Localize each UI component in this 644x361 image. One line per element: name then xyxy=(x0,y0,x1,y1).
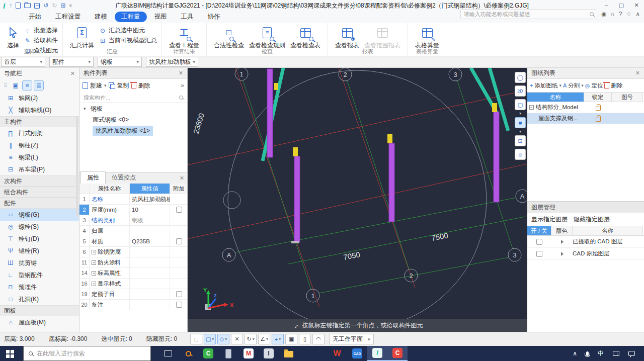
chevron-down-icon[interactable]: ▾ xyxy=(581,83,584,88)
component-select[interactable]: 抗风柱加劲肋板▾ xyxy=(146,57,198,67)
taskbar-app-gjg[interactable]: I xyxy=(367,346,387,361)
cross-mode-button[interactable]: ✕ xyxy=(231,334,243,344)
select-button[interactable]: 选择 xyxy=(5,25,22,50)
batch-select-button[interactable]: ◌批量选择 xyxy=(24,26,58,35)
sidebar-item-steel-column[interactable]: ∥钢柱(Z) xyxy=(0,139,79,151)
property-row-elevation[interactable]: 14 +标高属性 xyxy=(79,268,187,279)
sidebar-section-composite-members[interactable]: 组合构件 xyxy=(0,187,79,198)
tree-group-steel-plate[interactable]: ▾ 钢板 xyxy=(79,103,187,114)
redo-icon[interactable]: ↻ xyxy=(52,2,57,9)
taskbar-app-steel[interactable]: I xyxy=(259,346,279,361)
sidebar-section-main-members[interactable]: 主构件 xyxy=(0,116,79,127)
expand-icon[interactable]: + xyxy=(92,271,96,276)
expand-arrow-icon[interactable] xyxy=(561,252,564,256)
table-calc-button[interactable]: ✎ 表格算量 xyxy=(413,25,442,50)
sidebar-item-embedded-part[interactable]: ⊓预埋件 xyxy=(0,281,79,293)
sidebar-item-steel-plate[interactable]: ▱钢板(G) xyxy=(0,209,79,221)
layer-visibility-checkbox[interactable] xyxy=(536,251,542,257)
taskbar-app-phone[interactable] xyxy=(218,346,238,361)
taskbar-search-box[interactable] xyxy=(23,346,151,361)
image-mode-button[interactable]: ▣ xyxy=(285,334,297,344)
function-search-input[interactable] xyxy=(464,11,590,17)
qat-more-icon[interactable]: ▾ xyxy=(69,2,72,9)
delete-component-button[interactable]: 删除 xyxy=(138,81,150,90)
close-icon[interactable]: ✕ xyxy=(70,70,75,77)
minimize-button[interactable]: – xyxy=(599,0,614,10)
cube-mode-button[interactable]: ◇▾ xyxy=(217,334,229,344)
layer-row-extracted-cad[interactable]: 已提取的 CAD 图层 xyxy=(527,236,644,248)
chevron-down-icon[interactable]: ▾ xyxy=(519,131,521,133)
ime-indicator[interactable]: 中 xyxy=(598,349,604,358)
sidebar-section-secondary-members[interactable]: 次构件 xyxy=(0,175,79,187)
taskbar-app-red-m[interactable]: M xyxy=(238,346,259,361)
theme-icon[interactable]: ♢ xyxy=(626,11,631,18)
new-file-icon[interactable] xyxy=(16,3,21,9)
unlock-icon[interactable] xyxy=(596,107,601,111)
show-layers-button[interactable]: 显示指定图层 xyxy=(531,215,568,224)
property-row-remark[interactable]: 20 备注 xyxy=(79,300,187,310)
close-icon[interactable]: ✕ xyxy=(179,70,183,76)
taskbar-app-camtasia[interactable]: C xyxy=(387,346,408,361)
sidebar-item-hole[interactable]: □孔洞(K) xyxy=(0,293,79,305)
sidebar-item-bolt[interactable]: ◎螺栓(S) xyxy=(0,221,79,233)
collapse-ribbon-icon[interactable]: ∧ xyxy=(635,11,640,18)
copy-component-button[interactable]: 复制 xyxy=(117,81,129,90)
view-check-table-button[interactable]: 查看检查表 xyxy=(288,25,323,50)
sidebar-item-portal-frame[interactable]: ∏门式刚架 xyxy=(0,127,79,139)
taskbar-search-input[interactable] xyxy=(37,350,145,357)
arc-mode-button[interactable]: ◠ xyxy=(312,334,325,344)
taskbar-app-explorer[interactable] xyxy=(279,346,299,361)
pick-member-button[interactable]: ✎拾取构件 xyxy=(24,36,58,45)
sidebar-item-anchor-bolt[interactable]: Ψ锚栓(R) xyxy=(0,245,79,257)
tab-view[interactable]: 视图 xyxy=(148,12,174,22)
tab-collaborate[interactable]: 协作 xyxy=(201,12,227,22)
view-quantities-button[interactable]: 工 查看工程量 xyxy=(167,25,202,50)
orbit-icon[interactable]: ◯ xyxy=(515,72,526,83)
chevron-down-icon[interactable]: ▾ xyxy=(519,113,521,115)
building-mode-button[interactable]: ▯ xyxy=(299,334,311,344)
property-row-fireproof[interactable]: 11 +防火涂料 xyxy=(79,257,187,268)
category-select[interactable]: 配件▾ xyxy=(49,57,94,67)
expand-icon[interactable]: + xyxy=(92,250,96,254)
rect-select-button[interactable]: ▢▾ xyxy=(204,334,216,344)
tree-item-face-plate[interactable]: 面式钢板 <0> xyxy=(79,114,187,125)
tree-item-stiffener-plate[interactable]: 抗风柱加劲肋板 <1> xyxy=(79,125,187,136)
nav-scrollbar[interactable] xyxy=(76,116,78,217)
rotate-mode-button[interactable]: ↻▾ xyxy=(245,334,257,344)
microphone-icon[interactable] xyxy=(586,351,589,356)
property-row-display-style[interactable]: 16 +显示样式 xyxy=(79,279,187,289)
add-drawing-button[interactable]: 添加图纸 xyxy=(534,82,557,89)
help-icon[interactable]: ? xyxy=(619,11,622,18)
zoom-extents-icon[interactable]: ⊡ xyxy=(515,135,526,146)
property-row-quota-item[interactable]: 19 定额子目 xyxy=(79,289,187,300)
undo-icon[interactable]: ↺ xyxy=(43,2,48,9)
property-row-thickness[interactable]: 2 厚度(mm) 10 xyxy=(79,205,187,215)
taskbar-app-cad-viewer[interactable]: CAD xyxy=(347,346,367,361)
chevron-down-icon[interactable]: ▾ xyxy=(559,83,561,88)
attach-checkbox[interactable] xyxy=(176,207,182,213)
attach-checkbox[interactable] xyxy=(176,291,182,297)
expand-icon[interactable]: + xyxy=(92,282,96,286)
tab-properties[interactable]: 属性 xyxy=(80,171,106,184)
notification-icon[interactable] xyxy=(628,351,635,356)
expand-icon[interactable]: + xyxy=(92,260,96,265)
new-component-button[interactable]: 新建 xyxy=(90,81,102,90)
property-row-name[interactable]: 1 名称 抗风柱加劲肋板 xyxy=(79,194,187,205)
sidebar-section-accessories[interactable]: 配件 xyxy=(0,198,79,209)
layer-row-original-cad[interactable]: CAD 原始图层 xyxy=(527,248,644,260)
locate-drawing-button[interactable]: 定位 xyxy=(591,82,603,89)
chevron-down-icon[interactable]: ▾ xyxy=(104,83,107,88)
user-icon[interactable]: ◉ xyxy=(601,11,606,18)
tab-project-settings[interactable]: 工程设置 xyxy=(49,12,87,22)
close-icon[interactable]: ✕ xyxy=(635,70,640,76)
service-icon[interactable]: ∩ xyxy=(610,11,615,18)
taskbar-app-search-tool[interactable] xyxy=(178,346,198,361)
viewport-canvas[interactable]: 23800 7050 7500 1 2 3 A 1 2 3 A xyxy=(188,68,527,319)
tab-start[interactable]: 开始 xyxy=(22,12,48,22)
view-list-icon[interactable]: ≣ xyxy=(515,149,526,160)
tab-modeling[interactable]: 建模 xyxy=(88,12,114,22)
hide-layers-button[interactable]: 隐藏指定图层 xyxy=(574,215,610,224)
summary-calc-button[interactable]: Σ 汇总计算 xyxy=(67,25,97,50)
more-icon[interactable]: » xyxy=(181,82,184,89)
component-search-input[interactable] xyxy=(84,95,179,101)
